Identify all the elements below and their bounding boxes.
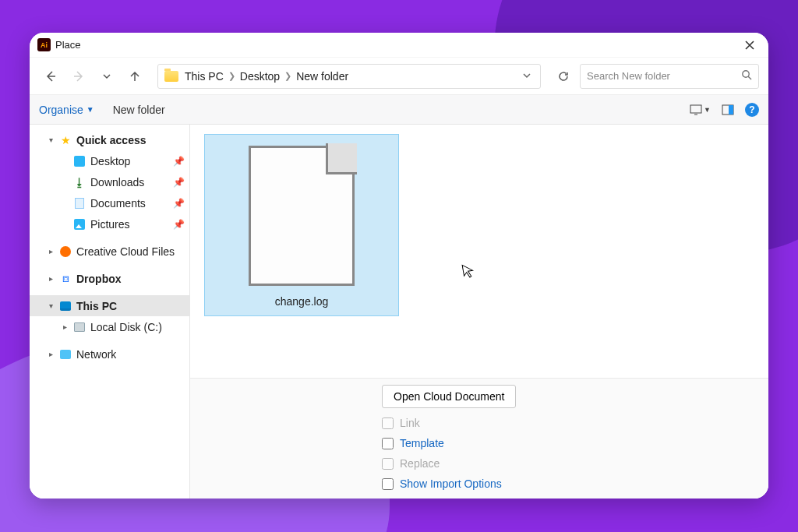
- pin-icon: 📌: [173, 198, 185, 209]
- tree-local-disk[interactable]: ▸ Local Disk (C:): [30, 316, 189, 337]
- link-option[interactable]: Link: [382, 413, 768, 433]
- tree-label: Quick access: [76, 134, 185, 146]
- chevron-down-icon: ▼: [87, 105, 94, 114]
- template-label: Template: [400, 437, 444, 449]
- arrow-up-icon: [129, 70, 141, 83]
- file-list[interactable]: change.log: [190, 125, 768, 378]
- link-checkbox[interactable]: [382, 417, 394, 429]
- file-dialog: Ai Place This PC: [30, 33, 768, 499]
- documents-icon: [72, 198, 87, 209]
- tree-this-pc[interactable]: ▾ This PC: [30, 295, 189, 316]
- illustrator-app-icon: Ai: [37, 38, 51, 51]
- tree-label: Downloads: [90, 176, 173, 188]
- svg-rect-1: [690, 105, 701, 113]
- pin-icon: 📌: [173, 177, 185, 188]
- search-icon: [741, 69, 752, 83]
- titlebar: Ai Place: [30, 33, 768, 58]
- refresh-button[interactable]: [552, 65, 575, 88]
- tree-label: Dropbox: [76, 273, 185, 285]
- new-folder-button[interactable]: New folder: [113, 104, 165, 116]
- explorer-toolbar: Organise ▼ New folder ▼ ?: [30, 95, 768, 125]
- organise-button[interactable]: Organise ▼: [39, 104, 94, 116]
- tree-label: Pictures: [90, 218, 173, 231]
- replace-label: Replace: [400, 457, 440, 470]
- star-icon: ★: [58, 134, 73, 146]
- place-options: Open Cloud Document Link Template Replac…: [190, 378, 768, 499]
- svg-point-0: [743, 71, 749, 77]
- open-cloud-document-button[interactable]: Open Cloud Document: [382, 385, 516, 408]
- tree-label: Creative Cloud Files: [76, 245, 185, 258]
- tree-label: Documents: [90, 197, 173, 210]
- chevron-right-icon: ▸: [58, 322, 72, 331]
- view-controls: ▼ ?: [690, 103, 759, 117]
- svg-rect-3: [729, 105, 733, 115]
- chevron-down-icon: ▾: [44, 301, 58, 310]
- tree-quick-access[interactable]: ▾ ★ Quick access: [30, 129, 189, 150]
- replace-checkbox[interactable]: [382, 458, 394, 470]
- tree-desktop[interactable]: Desktop 📌: [30, 150, 189, 171]
- show-import-options[interactable]: Show Import Options: [382, 474, 768, 494]
- file-name: change.log: [216, 295, 387, 308]
- breadcrumb-segment[interactable]: New folder: [296, 70, 348, 83]
- disk-icon: [72, 322, 87, 332]
- file-fold-icon: [326, 143, 357, 174]
- up-button[interactable]: [123, 65, 147, 88]
- breadcrumb-segment[interactable]: This PC: [185, 70, 224, 83]
- tree-label: This PC: [76, 300, 185, 312]
- organise-label: Organise: [39, 104, 83, 116]
- pin-icon: 📌: [173, 219, 185, 230]
- download-icon: ⭳: [72, 176, 87, 188]
- chevron-right-icon: ❯: [284, 71, 291, 81]
- cursor-icon: [461, 262, 477, 284]
- template-option[interactable]: Template: [382, 433, 768, 453]
- chevron-down-icon: ▾: [44, 136, 58, 144]
- tree-label: Network: [76, 348, 185, 361]
- recent-dropdown[interactable]: [95, 65, 118, 88]
- creative-cloud-icon: [58, 246, 73, 257]
- link-label: Link: [400, 417, 420, 429]
- tree-label: Local Disk (C:): [90, 321, 185, 333]
- monitor-icon: [690, 104, 702, 115]
- help-button[interactable]: ?: [745, 103, 759, 117]
- back-button[interactable]: [39, 65, 62, 88]
- chevron-right-icon: ❯: [228, 71, 235, 81]
- close-icon: [745, 41, 754, 50]
- tree-downloads[interactable]: ⭳ Downloads 📌: [30, 171, 189, 192]
- template-checkbox[interactable]: [382, 438, 394, 449]
- preview-pane-button[interactable]: [722, 104, 734, 115]
- breadcrumb: This PC ❯ Desktop ❯ New folder: [185, 70, 348, 83]
- address-dropdown[interactable]: [518, 70, 535, 82]
- breadcrumb-segment[interactable]: Desktop: [240, 70, 280, 83]
- tree-network[interactable]: ▸ Network: [30, 344, 189, 365]
- search-input[interactable]: [587, 70, 741, 82]
- chevron-down-icon: ▼: [704, 106, 711, 114]
- view-mode-button[interactable]: ▼: [690, 104, 711, 115]
- show-import-label: Show Import Options: [400, 477, 502, 490]
- tree-documents[interactable]: Documents 📌: [30, 192, 189, 213]
- panel-icon: [722, 104, 734, 115]
- window-title: Place: [55, 39, 81, 51]
- show-import-checkbox[interactable]: [382, 478, 394, 490]
- replace-option[interactable]: Replace: [382, 453, 768, 474]
- tree-dropbox[interactable]: ▸ ⧈ Dropbox: [30, 268, 189, 289]
- search-box[interactable]: [580, 64, 759, 89]
- navigation-bar: This PC ❯ Desktop ❯ New folder: [30, 58, 768, 95]
- close-button[interactable]: [739, 34, 761, 56]
- content-area: change.log Open Cloud Document Link Temp…: [190, 125, 768, 499]
- pin-icon: 📌: [173, 156, 185, 167]
- navigation-tree: ▾ ★ Quick access Desktop 📌 ⭳ Downloads 📌: [30, 125, 190, 499]
- chevron-right-icon: ▸: [44, 274, 58, 283]
- forward-button[interactable]: [67, 65, 90, 88]
- desktop-icon: [72, 156, 87, 167]
- network-icon: [58, 350, 73, 359]
- arrow-right-icon: [72, 70, 85, 83]
- tree-pictures[interactable]: Pictures 📌: [30, 213, 189, 234]
- file-item-selected[interactable]: change.log: [204, 134, 399, 316]
- chevron-right-icon: ▸: [44, 247, 58, 255]
- address-bar[interactable]: This PC ❯ Desktop ❯ New folder: [157, 64, 541, 89]
- arrow-left-icon: [44, 70, 57, 83]
- dialog-body: ▾ ★ Quick access Desktop 📌 ⭳ Downloads 📌: [30, 125, 768, 499]
- chevron-right-icon: ▸: [44, 350, 58, 358]
- pc-icon: [58, 301, 73, 311]
- tree-creative-cloud[interactable]: ▸ Creative Cloud Files: [30, 241, 189, 262]
